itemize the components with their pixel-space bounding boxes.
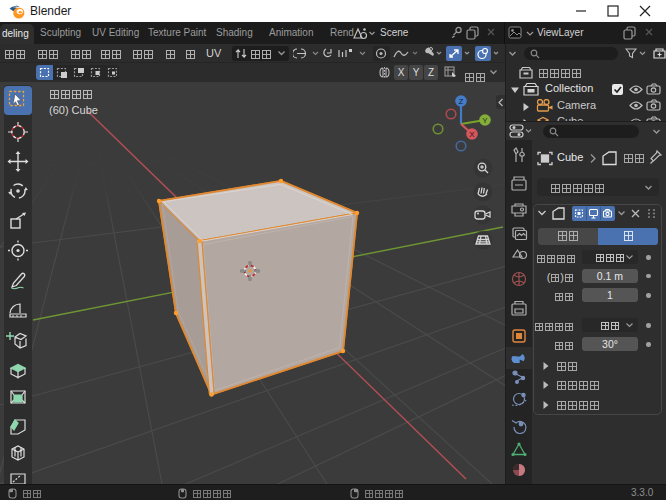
svg-text:Z: Z (459, 97, 464, 106)
svg-text:Y: Y (482, 116, 488, 125)
svg-text:X: X (469, 130, 475, 139)
